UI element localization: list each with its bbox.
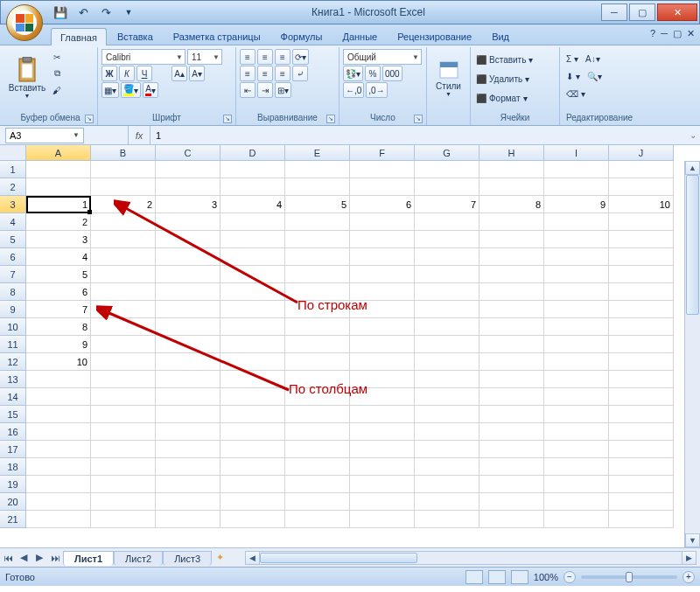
font-name-combo[interactable]: Calibri▼ — [102, 49, 186, 65]
cell-J7[interactable] — [609, 266, 674, 283]
cell-I8[interactable] — [544, 283, 609, 301]
cell-F2[interactable] — [350, 178, 415, 196]
cell-G20[interactable] — [415, 493, 480, 511]
accounting-format-button[interactable]: 💱▾ — [343, 66, 363, 81]
underline-button[interactable]: Ч — [136, 66, 152, 81]
cell-A3[interactable]: 1 — [26, 196, 91, 213]
cell-A15[interactable] — [26, 406, 91, 423]
cell-I21[interactable] — [544, 511, 609, 528]
cut-button[interactable]: ✂ — [49, 49, 65, 65]
cell-J18[interactable] — [609, 458, 674, 476]
cell-E18[interactable] — [285, 458, 350, 476]
cell-G11[interactable] — [415, 336, 480, 353]
cell-H5[interactable] — [480, 231, 544, 248]
cell-E11[interactable] — [285, 336, 350, 353]
cell-H20[interactable] — [480, 493, 544, 511]
cell-H7[interactable] — [480, 266, 544, 283]
cell-C13[interactable] — [156, 371, 220, 388]
cell-B9[interactable] — [91, 301, 156, 318]
fx-icon[interactable]: fx — [128, 126, 150, 144]
cell-B5[interactable] — [91, 231, 156, 248]
cell-C16[interactable] — [156, 423, 220, 441]
align-right-button[interactable]: ≡ — [275, 66, 290, 81]
row-header-2[interactable]: 2 — [0, 178, 26, 196]
increase-decimal-button[interactable]: ←,0 — [343, 82, 364, 98]
row-header-17[interactable]: 17 — [0, 441, 26, 458]
cell-B4[interactable] — [91, 213, 156, 231]
cell-J4[interactable] — [609, 213, 674, 231]
cell-I18[interactable] — [544, 458, 609, 476]
cell-H15[interactable] — [480, 406, 544, 423]
cell-I1[interactable] — [544, 161, 609, 178]
cell-A6[interactable]: 4 — [26, 248, 91, 266]
cell-I7[interactable] — [544, 266, 609, 283]
cell-B19[interactable] — [91, 476, 156, 493]
format-painter-button[interactable]: 🖌 — [49, 82, 65, 98]
cell-H2[interactable] — [480, 178, 544, 196]
cell-G1[interactable] — [415, 161, 480, 178]
cell-J1[interactable] — [609, 161, 674, 178]
cell-J11[interactable] — [609, 336, 674, 353]
row-header-14[interactable]: 14 — [0, 388, 26, 406]
cells-area[interactable]: 123456789102345678910 — [26, 161, 684, 547]
cell-E8[interactable] — [285, 283, 350, 301]
cell-C18[interactable] — [156, 458, 220, 476]
vertical-scrollbar[interactable]: ▲ ▼ — [684, 161, 700, 547]
cell-D2[interactable] — [220, 178, 285, 196]
cell-H3[interactable]: 8 — [480, 196, 544, 213]
cell-A14[interactable] — [26, 388, 91, 406]
cell-H17[interactable] — [480, 441, 544, 458]
cell-J19[interactable] — [609, 476, 674, 493]
row-header-10[interactable]: 10 — [0, 318, 26, 336]
align-top-button[interactable]: ≡ — [240, 49, 256, 65]
cell-H12[interactable] — [480, 353, 544, 371]
comma-format-button[interactable]: 000 — [382, 66, 402, 81]
cell-E9[interactable] — [285, 301, 350, 318]
row-header-18[interactable]: 18 — [0, 458, 26, 476]
zoom-out-button[interactable]: − — [564, 571, 576, 583]
zoom-level-label[interactable]: 100% — [534, 572, 558, 582]
paste-button[interactable]: Вставить ▼ — [7, 49, 47, 107]
cell-A12[interactable]: 10 — [26, 353, 91, 371]
cell-B10[interactable] — [91, 318, 156, 336]
font-size-combo[interactable]: 11▼ — [187, 49, 222, 65]
cell-A18[interactable] — [26, 458, 91, 476]
cell-A10[interactable]: 8 — [26, 318, 91, 336]
row-header-11[interactable]: 11 — [0, 336, 26, 353]
cell-B1[interactable] — [91, 161, 156, 178]
cell-C8[interactable] — [156, 283, 220, 301]
row-header-21[interactable]: 21 — [0, 511, 26, 528]
fill-color-button[interactable]: 🪣▾ — [121, 82, 141, 98]
minimize-button[interactable]: ─ — [601, 3, 627, 21]
cell-H21[interactable] — [480, 511, 544, 528]
cell-A5[interactable]: 3 — [26, 231, 91, 248]
cell-F17[interactable] — [350, 441, 415, 458]
cell-E10[interactable] — [285, 318, 350, 336]
cell-C4[interactable] — [156, 213, 220, 231]
name-box[interactable]: A3▼ — [5, 128, 84, 143]
cell-F18[interactable] — [350, 458, 415, 476]
cell-H9[interactable] — [480, 301, 544, 318]
cell-G15[interactable] — [415, 406, 480, 423]
vscroll-thumb[interactable] — [686, 175, 699, 315]
cell-F9[interactable] — [350, 301, 415, 318]
font-launcher-icon[interactable]: ↘ — [223, 115, 232, 123]
cell-F13[interactable] — [350, 371, 415, 388]
cell-A11[interactable]: 9 — [26, 336, 91, 353]
row-header-6[interactable]: 6 — [0, 248, 26, 266]
cell-E6[interactable] — [285, 248, 350, 266]
cell-C21[interactable] — [156, 511, 220, 528]
cell-A16[interactable] — [26, 423, 91, 441]
cell-B18[interactable] — [91, 458, 156, 476]
tab-review[interactable]: Рецензирование — [388, 27, 481, 45]
cell-A20[interactable] — [26, 493, 91, 511]
cell-E2[interactable] — [285, 178, 350, 196]
redo-icon[interactable]: ↷ — [97, 3, 115, 21]
tab-home[interactable]: Главная — [51, 28, 107, 45]
cell-G2[interactable] — [415, 178, 480, 196]
cell-A1[interactable] — [26, 161, 91, 178]
formula-input[interactable]: 1 — [150, 130, 686, 141]
tab-page-layout[interactable]: Разметка страницы — [164, 27, 270, 45]
cell-A13[interactable] — [26, 371, 91, 388]
cell-B13[interactable] — [91, 371, 156, 388]
